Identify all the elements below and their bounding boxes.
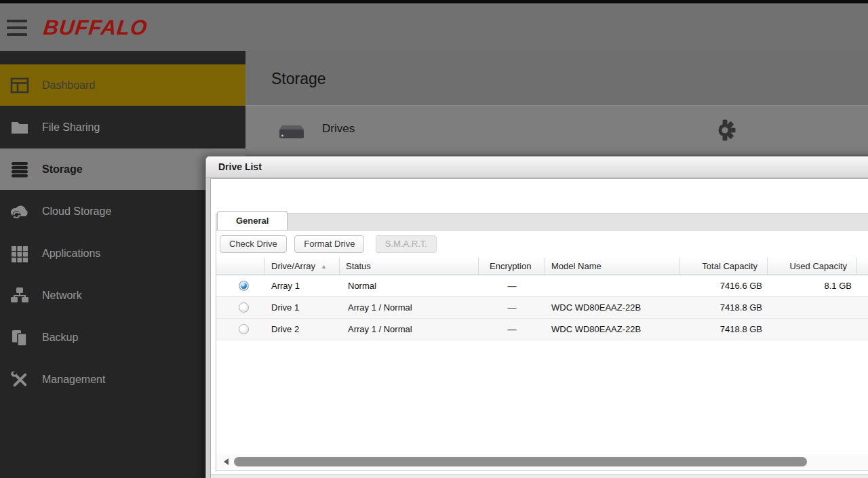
check-drive-button[interactable]: Check Drive	[220, 235, 287, 253]
row-radio-cell	[216, 297, 265, 318]
apps-grid-icon	[9, 243, 30, 264]
sidebar-item-label: Applications	[42, 247, 100, 260]
row-radio-cell	[216, 319, 265, 340]
cell-status: Array 1 / Normal	[340, 319, 479, 340]
cell-status: Normal	[340, 275, 479, 296]
cell-encryption: —	[479, 297, 545, 318]
dialog-bottom-strip	[211, 474, 868, 478]
drive-list-dialog: Drive List General Check Drive Format Dr…	[205, 156, 868, 478]
gear-icon[interactable]	[713, 119, 736, 144]
sort-asc-icon: ▲	[321, 263, 327, 270]
hamburger-menu-icon[interactable]	[7, 20, 28, 37]
radio-unselected[interactable]	[239, 302, 249, 313]
sidebar-item-label: Management	[42, 374, 105, 386]
cell-used-capacity	[768, 297, 857, 318]
dialog-title[interactable]: Drive List	[206, 157, 868, 178]
cell-used-capacity	[768, 319, 857, 340]
hard-drive-icon	[277, 119, 305, 145]
sidebar-item-dashboard[interactable]: Dashboard	[0, 64, 245, 106]
cell-drive-array: Array 1	[265, 275, 340, 296]
tab-bar: General	[216, 211, 868, 230]
network-nodes-icon	[9, 285, 30, 306]
page-title: Storage	[271, 70, 326, 88]
sidebar-item-label: Dashboard	[42, 79, 95, 92]
drives-panel[interactable]: Drives	[245, 105, 868, 155]
cell-encryption: —	[479, 319, 545, 340]
cell-drive-array: Drive 1	[265, 297, 340, 318]
dialog-toolbar: Check Drive Format Drive S.M.A.R.T.	[216, 231, 868, 258]
horizontal-scrollbar[interactable]	[216, 454, 868, 470]
table-row-drive-1[interactable]: Drive 1 Array 1 / Normal — WDC WD80EAAZ-…	[216, 297, 868, 319]
sidebar-item-label: Network	[42, 290, 82, 302]
column-header-total-capacity[interactable]: Total Capacity	[679, 258, 768, 275]
cell-used-capacity: 8.1 GB	[768, 275, 857, 296]
storage-stack-icon	[9, 159, 30, 180]
cell-drive-array: Drive 2	[265, 319, 340, 340]
cell-model-name: WDC WD80EAAZ-22B	[545, 297, 679, 318]
drives-panel-label: Drives	[322, 122, 355, 136]
tab-panel: General Check Drive Format Drive S.M.A.R…	[216, 211, 868, 471]
cell-status: Array 1 / Normal	[340, 297, 479, 318]
dashboard-icon	[9, 75, 30, 96]
column-header-model-name[interactable]: Model Name	[545, 258, 679, 275]
format-drive-button[interactable]: Format Drive	[294, 235, 364, 253]
cell-total-capacity: 7418.8 GB	[679, 319, 768, 340]
sidebar-item-label: Storage	[42, 163, 83, 176]
sidebar-item-label: Cloud Storage	[42, 205, 111, 218]
cell-model-name: WDC WD80EAAZ-22B	[545, 319, 679, 340]
scrollbar-thumb[interactable]	[234, 457, 807, 466]
drive-list-panel: Check Drive Format Drive S.M.A.R.T. Driv…	[216, 230, 868, 471]
radio-unselected[interactable]	[239, 324, 249, 334]
table-row-array-1[interactable]: Array 1 Normal — 7416.6 GB 8.1 GB	[216, 275, 868, 297]
column-header-used-capacity[interactable]: Used Capacity	[768, 258, 857, 275]
top-bar: BUFFALO	[0, 0, 868, 51]
cell-total-capacity: 7418.8 GB	[679, 297, 768, 318]
radio-selected[interactable]	[239, 281, 249, 291]
cell-model-name	[545, 275, 679, 296]
sidebar-item-label: Backup	[42, 332, 78, 344]
backup-copy-icon	[9, 327, 30, 348]
table-row-drive-2[interactable]: Drive 2 Array 1 / Normal — WDC WD80EAAZ-…	[216, 319, 868, 340]
column-header-encryption[interactable]: Encryption	[479, 258, 545, 275]
column-header-drive-array[interactable]: Drive/Array▲	[265, 258, 340, 275]
tab-strip	[216, 213, 868, 230]
sidebar-item-file-sharing[interactable]: File Sharing	[0, 106, 245, 148]
smart-button: S.M.A.R.T.	[376, 235, 437, 253]
column-header-status[interactable]: Status	[340, 258, 479, 275]
scroll-left-arrow-icon[interactable]	[220, 456, 231, 467]
cell-encryption: —	[479, 275, 545, 296]
cloud-sync-icon	[9, 201, 30, 222]
buffalo-logo: BUFFALO	[42, 16, 149, 40]
column-header-select	[216, 258, 265, 275]
sidebar-item-label: File Sharing	[42, 121, 100, 134]
row-radio-cell	[216, 275, 265, 296]
dialog-body: General Check Drive Format Drive S.M.A.R…	[210, 178, 868, 478]
cell-total-capacity: 7416.6 GB	[679, 275, 768, 296]
column-header-extra	[857, 258, 868, 275]
grid-empty-area	[216, 340, 868, 454]
grid-header-row: Drive/Array▲ Status Encryption Model Nam…	[216, 258, 868, 275]
tab-general[interactable]: General	[217, 211, 288, 230]
folder-icon	[9, 117, 30, 138]
tools-icon	[9, 370, 30, 390]
